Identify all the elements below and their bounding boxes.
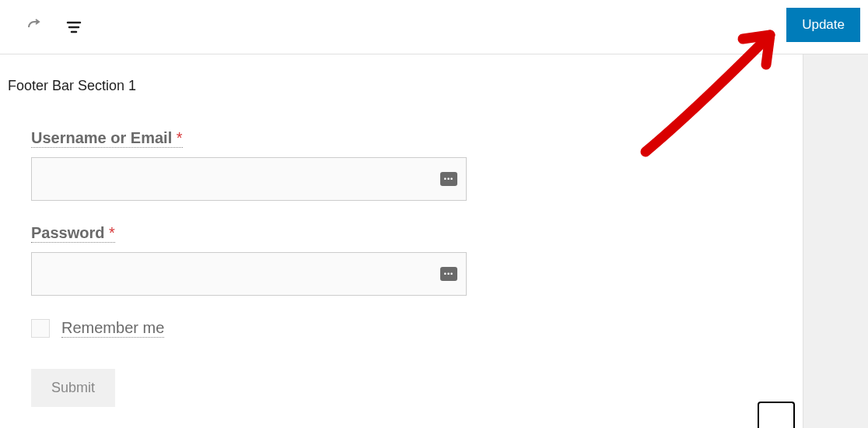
redo-button[interactable] [19,12,51,43]
list-icon [65,18,83,37]
username-input[interactable] [31,157,467,201]
username-input-wrap [31,157,467,201]
password-input[interactable] [31,252,467,296]
username-label: Username or Email * [31,129,183,148]
password-input-wrap [31,252,467,296]
remember-me-row[interactable]: Remember me [31,319,474,338]
login-form-block: Username or Email * Password * [8,129,474,407]
password-label: Password * [31,224,115,243]
editor-body: Footer Bar Section 1 Username or Email *… [0,54,868,428]
autofill-icon[interactable] [440,172,457,186]
update-button[interactable]: Update [786,8,860,42]
username-label-text: Username or Email [31,129,172,146]
redo-icon [26,18,44,37]
password-field-group: Password * [31,224,474,296]
editor-canvas[interactable]: Footer Bar Section 1 Username or Email *… [0,54,803,428]
remember-checkbox[interactable] [31,319,50,338]
editor-toolbar: Update [0,0,868,54]
block-title: Footer Bar Section 1 [8,78,795,94]
remember-label: Remember me [61,319,164,338]
username-field-group: Username or Email * [31,129,474,201]
settings-sidebar[interactable] [803,54,868,428]
password-label-text: Password [31,224,104,241]
submit-button[interactable]: Submit [31,369,115,407]
autofill-icon[interactable] [440,267,457,281]
outline-button[interactable] [58,12,89,43]
required-mark: * [109,224,115,241]
required-mark: * [177,129,183,146]
floating-panel[interactable] [758,402,795,428]
